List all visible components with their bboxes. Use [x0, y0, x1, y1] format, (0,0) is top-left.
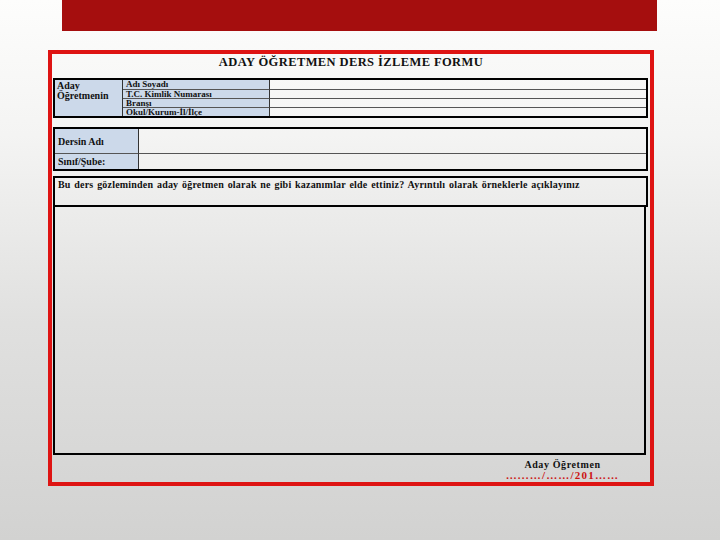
signature-block: Aday Öğretmen …...…/……/201…… — [460, 459, 665, 481]
form-title: ADAY ÖĞRETMEN DERS İZLEME FORMU — [52, 55, 650, 70]
teacher-info-table: Aday Öğretmenin Adı Soyadı T.C. Kimlik N… — [53, 78, 648, 118]
field-label-tc-id: T.C. Kimlik Numarası — [123, 89, 270, 98]
top-banner — [62, 0, 657, 31]
answer-area[interactable] — [53, 205, 646, 455]
field-value-class-section[interactable] — [139, 153, 646, 169]
form-frame: ADAY ÖĞRETMEN DERS İZLEME FORMU Aday Öğr… — [48, 50, 654, 486]
observation-question-text: Bu ders gözleminden aday öğretmen olarak… — [58, 179, 580, 190]
observation-question-box: Bu ders gözleminden aday öğretmen olarak… — [53, 176, 648, 207]
field-value-name[interactable] — [270, 80, 646, 89]
teacher-table-row-header: Aday Öğretmenin — [55, 80, 123, 116]
field-value-branch[interactable] — [270, 98, 646, 107]
field-label-branch: Branşı — [123, 98, 270, 107]
field-value-school[interactable] — [270, 107, 646, 116]
field-value-lesson-name[interactable] — [139, 129, 646, 153]
field-label-lesson-name: Dersin Adı — [55, 129, 139, 153]
date-placeholder: …...…/……/201…… — [460, 470, 665, 481]
field-label-school: Okul/Kurum-İl/İlçe — [123, 107, 270, 116]
field-label-class-section: Sınıf/Şube: — [55, 153, 139, 169]
lesson-info-table: Dersin Adı Sınıf/Şube: — [53, 127, 648, 171]
field-label-name: Adı Soyadı — [123, 80, 270, 89]
field-value-tc-id[interactable] — [270, 89, 646, 98]
